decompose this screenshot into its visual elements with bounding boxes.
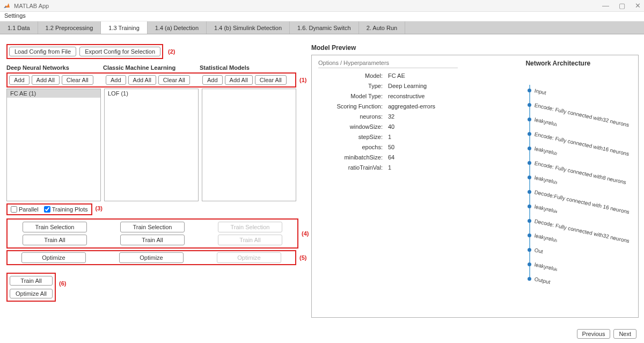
hp-value: 1 xyxy=(388,134,391,140)
graph-node-dot xyxy=(528,132,531,136)
cml-clearall-button[interactable]: Clear All xyxy=(158,75,190,85)
hp-label: Scoring Function: xyxy=(318,103,388,110)
hp-label: stepSize: xyxy=(318,134,388,140)
cml-train-all-button[interactable]: Train All xyxy=(120,235,185,245)
hp-value: 1 xyxy=(388,164,391,171)
hp-value: 50 xyxy=(388,144,394,150)
next-button[interactable]: Next xyxy=(613,329,636,339)
parallel-checkbox[interactable] xyxy=(11,206,17,213)
matlab-icon xyxy=(3,2,11,10)
graph-node-label: Input xyxy=(534,87,547,96)
graph-node-label: leakyrelu₆ xyxy=(534,261,558,272)
stat-header: Statistical Models xyxy=(200,64,293,71)
cml-addall-button[interactable]: Add All xyxy=(128,75,156,85)
hp-label: windowSize: xyxy=(318,123,388,130)
list-item[interactable]: LOF (1) xyxy=(105,89,198,98)
hyperparameters-header: Options / Hyperparameters xyxy=(318,60,458,68)
tab-bar: 1.1 Data1.2 Preprocessing1.3 Training1.4… xyxy=(0,21,644,34)
annotation-1: (1) xyxy=(299,77,306,83)
dnn-clearall-button[interactable]: Clear All xyxy=(62,75,93,85)
cml-add-button[interactable]: Add xyxy=(106,75,126,85)
architecture-graph: InputEncode: Fully connected with32 neur… xyxy=(528,83,632,286)
hp-value: 40 xyxy=(388,123,394,130)
hp-label: Type: xyxy=(318,83,388,89)
maximize-icon[interactable]: ▢ xyxy=(619,2,625,10)
previous-button[interactable]: Previous xyxy=(577,329,611,339)
dnn-addall-button[interactable]: Add All xyxy=(32,75,60,85)
graph-node-dot xyxy=(528,103,531,107)
hp-label: Model: xyxy=(318,72,388,79)
architecture-title: Network Architecture xyxy=(485,60,632,67)
cml-listbox[interactable]: LOF (1) xyxy=(104,89,199,201)
hp-label: neurons: xyxy=(318,113,388,120)
graph-node-label: leakyrelu₄ xyxy=(534,203,558,214)
graph-node-dot xyxy=(528,277,531,281)
stat-clearall-button[interactable]: Clear All xyxy=(255,75,287,85)
tab-5[interactable]: 1.6. Dynamic Switch xyxy=(290,21,359,34)
minimize-icon[interactable]: — xyxy=(602,2,609,10)
cml-optimize-button[interactable]: Optimize xyxy=(119,252,184,263)
tab-0[interactable]: 1.1 Data xyxy=(0,21,38,34)
optimize-all-global-button[interactable]: Optimize All xyxy=(10,289,53,298)
dnn-add-button[interactable]: Add xyxy=(9,75,30,85)
graph-node-dot xyxy=(528,219,531,223)
parallel-checkbox-label[interactable]: Parallel xyxy=(11,206,39,213)
stat-listbox[interactable] xyxy=(202,89,296,201)
graph-node-label: leakyrelu₅ xyxy=(534,232,558,243)
list-item[interactable]: FC AE (1) xyxy=(7,89,100,98)
hp-value: FC AE xyxy=(388,72,405,79)
annotation-4: (4) xyxy=(302,230,309,237)
stat-add-button[interactable]: Add xyxy=(202,75,223,85)
tab-4[interactable]: 1.4 (b) Simulink Detection xyxy=(207,21,290,34)
stat-train-all-button[interactable]: Train All xyxy=(218,235,282,245)
dnn-optimize-button[interactable]: Optimize xyxy=(21,252,86,263)
graph-node-dot xyxy=(528,89,531,92)
cml-train-selection-button[interactable]: Train Selection xyxy=(120,222,185,232)
graph-node-label: Out xyxy=(534,247,544,254)
graph-node-dot xyxy=(528,205,531,208)
train-all-global-button[interactable]: Train All xyxy=(10,276,53,286)
graph-node-dot xyxy=(528,262,531,266)
menu-settings[interactable]: Settings xyxy=(4,12,26,19)
graph-node-label: Output xyxy=(534,276,551,285)
dnn-train-selection-button[interactable]: Train Selection xyxy=(23,222,87,232)
hp-label: ratioTrainVal: xyxy=(318,164,388,171)
stat-optimize-button[interactable]: Optimize xyxy=(217,252,281,263)
dnn-train-all-button[interactable]: Train All xyxy=(23,235,87,245)
dnn-listbox[interactable]: FC AE (1) xyxy=(6,89,101,201)
graph-node-dot xyxy=(528,147,531,150)
annotation-5: (5) xyxy=(299,254,306,261)
close-icon[interactable]: ✕ xyxy=(635,2,641,10)
hp-value: 64 xyxy=(388,154,394,160)
model-preview-title: Model Preview xyxy=(311,44,639,52)
model-preview-panel: Options / Hyperparameters Model:FC AETyp… xyxy=(311,55,639,318)
tab-2[interactable]: 1.3 Training xyxy=(101,21,147,34)
training-plots-checkbox-label[interactable]: Training Plots xyxy=(44,206,88,213)
hp-label: Model Type: xyxy=(318,93,388,99)
dnn-header: Deep Neural Networks xyxy=(6,64,100,71)
graph-node-label: leakyrelu₃ xyxy=(534,174,558,185)
tab-3[interactable]: 1.4 (a) Detection xyxy=(148,21,207,34)
annotation-6: (6) xyxy=(59,280,66,287)
graph-node-label: leakyrelu₁ xyxy=(534,116,558,127)
hp-label: epochs: xyxy=(318,144,388,150)
graph-node-dot xyxy=(528,161,531,165)
tab-1[interactable]: 1.2 Preprocessing xyxy=(38,21,101,34)
annotation-3: (3) xyxy=(96,205,103,211)
cml-header: Classic Machine Learning xyxy=(103,64,196,71)
hp-value: aggregated-errors xyxy=(388,103,435,110)
window-title: MATLAB App xyxy=(14,3,602,9)
stat-train-selection-button[interactable]: Train Selection xyxy=(218,222,282,232)
export-config-button[interactable]: Export Config for Selection xyxy=(79,47,160,56)
graph-node-dot xyxy=(528,190,531,194)
graph-node-dot xyxy=(528,248,531,252)
hp-value: reconstructive xyxy=(388,93,425,99)
graph-node-dot xyxy=(528,118,531,121)
load-config-button[interactable]: Load Config from File xyxy=(9,47,76,56)
stat-addall-button[interactable]: Add All xyxy=(225,75,253,85)
graph-node-label: leakyrelu₂ xyxy=(534,145,558,156)
training-plots-checkbox[interactable] xyxy=(44,206,50,213)
hp-label: minibatchSize: xyxy=(318,154,388,160)
hp-value: 32 xyxy=(388,113,394,120)
tab-6[interactable]: 2. Auto Run xyxy=(359,21,406,34)
